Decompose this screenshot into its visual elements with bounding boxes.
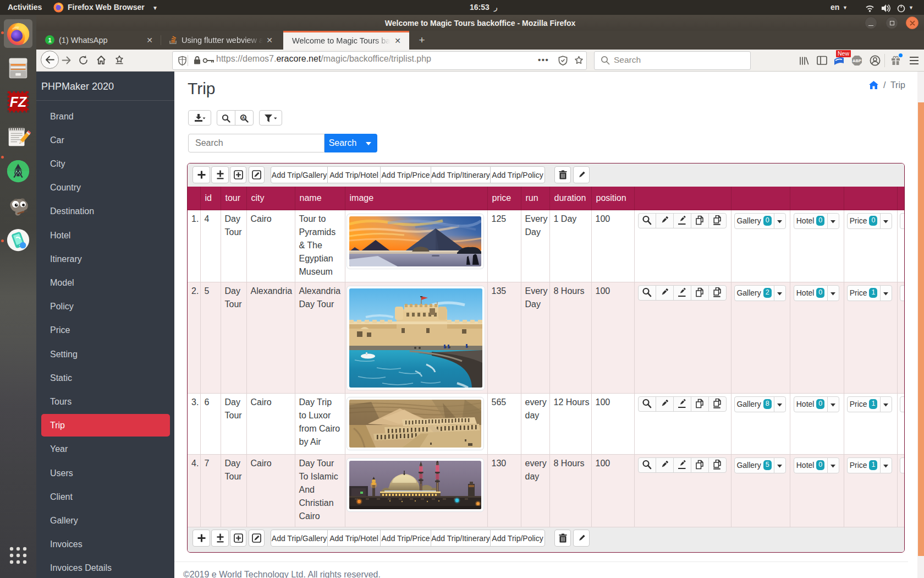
- svg-text:1: 1: [48, 37, 51, 43]
- svg-text:ABP: ABP: [853, 58, 861, 63]
- svg-text:FZ: FZ: [10, 94, 27, 110]
